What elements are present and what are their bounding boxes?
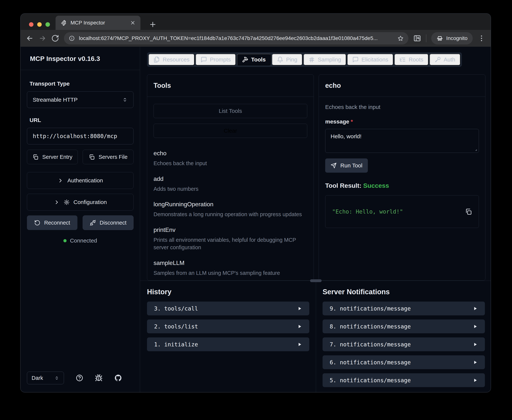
history-item[interactable]: 1. initialize xyxy=(147,338,309,351)
resize-grip-icon[interactable] xyxy=(473,147,477,151)
disconnect-button[interactable]: Disconnect xyxy=(83,215,134,230)
history-item[interactable]: 3. tools/call xyxy=(147,301,309,315)
url-bar[interactable]: localhost:6274/?MCP_PROXY_AUTH_TOKEN=ec1… xyxy=(64,32,408,45)
nav-tab[interactable]: Roots xyxy=(394,54,428,65)
message-textarea[interactable]: Hello, world! xyxy=(325,129,479,153)
tool-result-heading: Tool Result: Success xyxy=(325,182,479,189)
window-close-button[interactable] xyxy=(29,22,33,27)
nav-tab[interactable]: Auth xyxy=(429,54,460,65)
run-tool-label: Run Tool xyxy=(340,162,362,169)
tool-list-item[interactable]: add Adds two numbers xyxy=(153,175,307,193)
tool-result-label: Tool Result: xyxy=(325,182,361,189)
mcp-logo-icon xyxy=(61,20,67,26)
side-panel-icon[interactable] xyxy=(413,34,421,42)
chevron-right-icon xyxy=(57,178,64,184)
forward-button[interactable] xyxy=(38,34,46,42)
copy-icon xyxy=(89,154,95,160)
server-url-input[interactable]: http://localhost:8080/mcp xyxy=(27,128,134,144)
notification-item[interactable]: 8. notifications/message xyxy=(322,320,485,333)
authentication-label: Authentication xyxy=(67,177,103,184)
nav-tab-label: Elicitations xyxy=(361,56,388,63)
nav-tab-label: Roots xyxy=(409,56,423,63)
sidebar: MCP Inspector v0.16.3 Transport Type Str… xyxy=(21,47,140,392)
expand-play-icon xyxy=(473,324,478,329)
reconnect-button[interactable]: Reconnect xyxy=(27,215,77,230)
new-tab-button[interactable] xyxy=(149,21,157,28)
list-tools-button[interactable]: List Tools xyxy=(153,104,307,118)
browser-menu-icon[interactable] xyxy=(478,34,485,42)
top-nav: Resources Prompts Tools Ping Sampling xyxy=(147,52,462,67)
notification-item-label: 8. notifications/message xyxy=(330,323,411,330)
notification-item[interactable]: 7. notifications/message xyxy=(322,338,485,351)
tool-name: echo xyxy=(153,150,307,157)
message-value: Hello, world! xyxy=(331,133,361,139)
notification-item-label: 5. notifications/message xyxy=(330,377,411,383)
tool-description: Demonstrates a long running operation wi… xyxy=(153,210,307,218)
tool-list-item[interactable]: printEnv Prints all environment variable… xyxy=(153,226,307,251)
gear-icon xyxy=(64,199,70,205)
tool-result-box: "Echo: Hello, world!" xyxy=(325,195,479,228)
transport-type-value: Streamable HTTP xyxy=(33,97,78,103)
nav-tab[interactable]: Resources xyxy=(148,54,194,65)
notification-item[interactable]: 5. notifications/message xyxy=(322,373,485,387)
bug-report-button[interactable] xyxy=(95,374,103,382)
param-name: message xyxy=(325,119,349,125)
nav-tab[interactable]: Ping xyxy=(272,54,302,65)
authentication-button[interactable]: Authentication xyxy=(27,172,134,189)
bookmark-star-icon[interactable] xyxy=(397,35,404,41)
mcp-inspector-app: MCP Inspector v0.16.3 Transport Type Str… xyxy=(21,47,491,392)
sidebar-body: Transport Type Streamable HTTP URL http:… xyxy=(21,70,140,372)
nav-tab-label: Prompts xyxy=(210,56,231,63)
nav-tab[interactable]: Sampling xyxy=(304,54,346,65)
servers-file-label: Servers File xyxy=(99,154,128,160)
window-minimize-button[interactable] xyxy=(37,22,42,27)
nav-tab[interactable]: Prompts xyxy=(196,54,236,65)
tool-name: sampleLLM xyxy=(153,260,307,266)
copy-result-button[interactable] xyxy=(465,208,472,215)
notification-item[interactable]: 9. notifications/message xyxy=(322,301,485,315)
connection-status: Connected xyxy=(27,238,134,244)
tool-description: Samples from an LLM using MCP's sampling… xyxy=(153,269,307,277)
clear-tools-button[interactable]: Clear xyxy=(153,124,307,138)
server-notifications-section: Server Notifications 9. notifications/me… xyxy=(316,281,491,392)
tool-description: Prints all environment variables, helpfu… xyxy=(153,236,307,251)
theme-select[interactable]: Dark xyxy=(27,372,64,384)
help-button[interactable] xyxy=(76,374,84,382)
url-text[interactable]: localhost:6274/?MCP_PROXY_AUTH_TOKEN=ec1… xyxy=(79,35,393,41)
servers-file-button[interactable]: Servers File xyxy=(83,150,134,164)
history-title: History xyxy=(147,288,309,296)
tool-runner-title: echo xyxy=(319,75,485,97)
list-tree-icon xyxy=(399,56,406,63)
nav-tab[interactable]: Tools xyxy=(237,54,271,65)
sidebar-footer: Dark xyxy=(21,372,140,392)
pane-resize-handle[interactable] xyxy=(310,279,322,282)
browser-window: MCP Inspector localhost:6274/?MCP_PROXY_… xyxy=(21,14,491,392)
tool-description: Adds two numbers xyxy=(153,185,307,193)
tools-panel-title: Tools xyxy=(147,75,313,97)
tool-list-item[interactable]: echo Echoes back the input xyxy=(153,150,307,167)
notification-item[interactable]: 6. notifications/message xyxy=(322,355,485,369)
server-entry-label: Server Entry xyxy=(42,154,72,160)
disconnect-label: Disconnect xyxy=(100,220,126,226)
nav-tab[interactable]: Elicitations xyxy=(347,54,393,65)
github-button[interactable] xyxy=(114,374,122,382)
tool-list-item[interactable]: sampleLLM Samples from an LLM using MCP'… xyxy=(153,260,307,277)
transport-type-label: Transport Type xyxy=(30,81,134,87)
reload-button[interactable] xyxy=(51,34,59,42)
browser-tab[interactable]: MCP Inspector xyxy=(55,16,140,30)
configuration-button[interactable]: Configuration xyxy=(27,194,134,210)
tool-list-item[interactable]: longRunningOperation Demonstrates a long… xyxy=(153,201,307,218)
back-button[interactable] xyxy=(26,34,34,42)
notification-item-label: 7. notifications/message xyxy=(330,341,411,348)
run-tool-button[interactable]: Run Tool xyxy=(325,158,368,173)
expand-play-icon xyxy=(473,360,478,365)
files-icon xyxy=(153,56,160,63)
history-item[interactable]: 2. tools/list xyxy=(147,320,309,333)
site-info-icon[interactable] xyxy=(69,35,75,41)
server-entry-button[interactable]: Server Entry xyxy=(27,150,78,164)
tab-title: MCP Inspector xyxy=(70,20,126,26)
transport-type-select[interactable]: Streamable HTTP xyxy=(27,91,134,108)
app-title: MCP Inspector v0.16.3 xyxy=(21,47,140,70)
tab-close-icon[interactable] xyxy=(130,20,136,26)
window-zoom-button[interactable] xyxy=(46,22,50,27)
